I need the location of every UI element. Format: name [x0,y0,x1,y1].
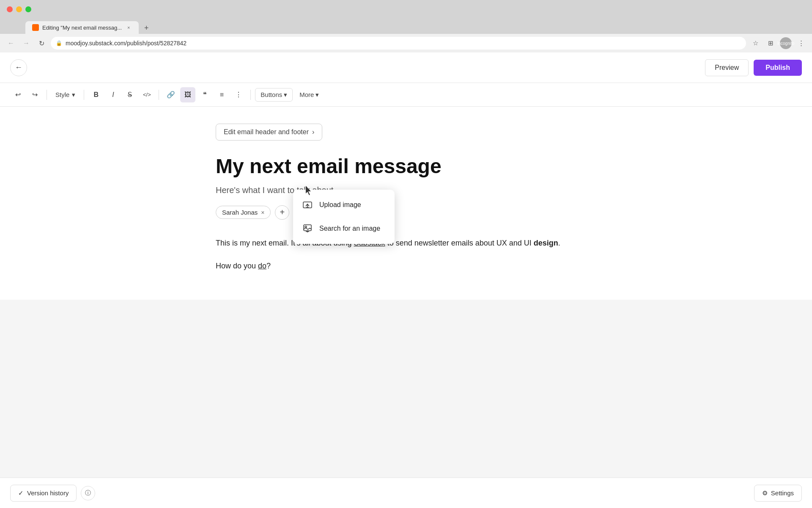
settings-gear-icon: ⚙ [762,489,768,497]
bullet-list-button[interactable]: ≡ [214,87,229,102]
new-tab-button[interactable]: + [140,22,152,34]
upload-image-label: Upload image [319,201,361,209]
toolbar-divider-4 [250,90,251,100]
buttons-dropdown[interactable]: Buttons ▾ [255,88,293,102]
tabs-bar: Editing "My next email messag... × + [0,19,812,34]
svg-rect-2 [304,225,311,231]
style-dropdown[interactable]: Style ▾ [51,88,80,101]
info-button[interactable]: ⓘ [81,486,95,500]
body-period: . [558,239,560,247]
body-paragraph-1[interactable]: This is my next email. It's all about us… [216,237,596,250]
app-header: ← Preview Publish [0,52,812,83]
code-button[interactable]: </> [139,87,154,102]
style-label: Style [55,91,69,98]
account-avatar[interactable]: Incognito [780,37,792,49]
style-chevron-icon: ▾ [72,91,75,99]
bookmark-button[interactable]: ☆ [749,37,761,49]
settings-button[interactable]: ⚙ Settings [754,485,802,502]
body-text-4: ? [266,262,271,270]
edit-header-chevron-icon: › [312,128,314,136]
address-bar-row: ← → ↻ 🔒 moodjoy.substack.com/publish/pos… [0,34,812,52]
minimize-button[interactable] [16,6,22,12]
status-bar-left: ✓ Version history ⓘ [10,485,95,502]
title-bar [0,0,812,19]
author-tag[interactable]: Sarah Jonas × [216,206,271,219]
forward-nav-button[interactable]: → [20,37,32,49]
tab-favicon [32,24,39,31]
browser-actions: ☆ ⊞ Incognito ⋮ [749,37,807,49]
edit-header-label: Edit email header and footer [224,128,309,136]
post-body: This is my next email. It's all about us… [216,237,596,273]
buttons-chevron-icon: ▾ [284,91,287,99]
upload-image-option[interactable]: Upload image [293,193,395,217]
upload-icon [302,199,313,211]
italic-button[interactable]: I [105,87,121,102]
toolbar: ↩ ↪ Style ▾ B I S̶ </> 🔗 🖼 ❝ ≡ ⋮ Buttons… [0,83,812,107]
body-text-2: to send newsletter emails about UX and U… [385,239,534,247]
back-nav-button[interactable]: ← [5,37,17,49]
image-dropdown-menu: Upload image Search for an image [293,190,395,244]
add-author-button[interactable]: + [275,205,289,220]
post-subtitle[interactable]: Here's what I want to talk about [216,185,596,195]
search-image-option[interactable]: Search for an image [293,217,395,240]
maximize-button[interactable] [25,6,31,12]
author-remove-button[interactable]: × [261,209,264,216]
header-right: Preview Publish [705,59,802,76]
author-name: Sarah Jonas [222,209,258,216]
undo-button[interactable]: ↩ [10,87,25,102]
body-paragraph-2[interactable]: How do you do? [216,260,596,273]
more-label: More [299,91,314,98]
settings-label: Settings [771,489,794,497]
bold-button[interactable]: B [88,87,104,102]
authors-row: Sarah Jonas × + [216,205,596,220]
url-text: moodjoy.substack.com/publish/post/528278… [66,40,187,47]
traffic-lights [7,6,31,12]
link-button[interactable]: 🔗 [163,87,178,102]
publish-button[interactable]: Publish [754,60,802,76]
body-text-3: How do you [216,262,258,270]
account-label: Incognito [777,41,795,46]
back-button[interactable]: ← [10,59,27,76]
refresh-button[interactable]: ↻ [36,37,47,49]
toolbar-divider-1 [47,90,47,100]
edit-header-button[interactable]: Edit email header and footer › [216,124,322,141]
active-tab[interactable]: Editing "My next email messag... × [25,21,139,34]
header-left: ← [10,59,27,76]
tab-close-button[interactable]: × [125,24,132,31]
search-image-label: Search for an image [319,225,380,232]
preview-button[interactable]: Preview [705,59,749,76]
image-button[interactable]: 🖼 [180,87,195,102]
buttons-label: Buttons [261,91,282,98]
tab-title: Editing "My next email messag... [42,25,122,31]
more-dropdown[interactable]: More ▾ [294,88,324,101]
bold-text: design [534,239,558,247]
close-button[interactable] [7,6,13,12]
toolbar-divider-3 [159,90,159,100]
version-history-button[interactable]: ✓ Version history [10,485,77,502]
app-area: ← Preview Publish ↩ ↪ Style ▾ B I S̶ </>… [0,52,812,300]
browser-menu-button[interactable]: ⋮ [795,37,807,49]
toolbar-divider-2 [84,90,84,100]
more-chevron-icon: ▾ [315,91,319,99]
post-title[interactable]: My next email message [216,154,596,179]
version-history-check-icon: ✓ [18,489,24,497]
underline-text: do [258,262,266,270]
back-icon: ← [15,63,22,72]
numbered-list-button[interactable]: ⋮ [231,87,246,102]
lock-icon: 🔒 [56,40,62,46]
redo-button[interactable]: ↪ [27,87,42,102]
strikethrough-button[interactable]: S̶ [122,87,137,102]
quote-button[interactable]: ❝ [197,87,212,102]
address-bar[interactable]: 🔒 moodjoy.substack.com/publish/post/5282… [51,37,746,50]
main-content: Edit email header and footer › My next e… [216,107,596,300]
status-bar: ✓ Version history ⓘ ⚙ Settings [0,478,812,508]
version-history-label: Version history [27,489,69,497]
search-image-icon [302,223,313,235]
extensions-button[interactable]: ⊞ [765,37,776,49]
